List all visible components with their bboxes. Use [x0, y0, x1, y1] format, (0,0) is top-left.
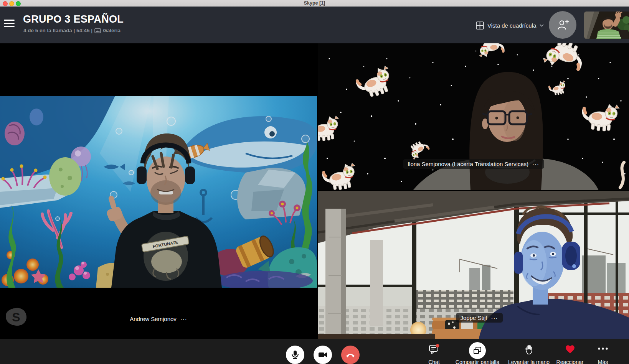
microphone-button[interactable] [286, 346, 304, 364]
menu-button[interactable] [4, 20, 15, 27]
grid-view-icon [476, 21, 484, 30]
watermark-letter: S [12, 310, 20, 324]
participant-name: Ilona Semjonova (Lacerta Translation Ser… [408, 161, 528, 167]
camera-icon [318, 350, 328, 360]
share-screen-icon [451, 346, 504, 355]
participant-menu-button[interactable]: ··· [491, 316, 498, 320]
microphone-icon [290, 350, 300, 360]
view-selector[interactable]: Vista de cuadrícula [476, 20, 544, 30]
view-selector-label: Vista de cuadrícula [487, 22, 536, 29]
hamburger-icon [4, 20, 15, 27]
person-add-icon [556, 18, 569, 31]
video-tile-andrew[interactable]: FORTUNATE [0, 43, 317, 339]
video-tile-ilona[interactable]: Ilona Semjonova (Lacerta Translation Ser… [318, 43, 629, 190]
participant-menu-button[interactable]: ··· [532, 163, 539, 166]
macos-titlebar: Skype [1] [0, 0, 629, 7]
more-options-label: Más [576, 359, 629, 364]
share-screen-button[interactable]: Compartir pantalla [451, 339, 504, 364]
participant-name-label: Ilona Semjonova (Lacerta Translation Ser… [403, 159, 544, 169]
call-status-text: 4 de 5 en la llamada | 54:45 | [23, 28, 92, 33]
participant-name-label: Joppe Stijf ··· [456, 313, 502, 323]
self-video-thumbnail[interactable] [584, 12, 629, 39]
call-subtitle: 4 de 5 en la llamada | 54:45 | Galería [23, 28, 121, 33]
participant-name: Joppe Stijf [460, 315, 487, 321]
add-participant-button[interactable] [549, 11, 576, 39]
video-grid: FORTUNATE [0, 43, 629, 339]
call-toolbar: Chat Compartir pantalla Levantar la mano [0, 339, 629, 364]
camera-button[interactable] [314, 346, 332, 364]
gallery-icon [94, 28, 101, 33]
self-video-scene [584, 12, 629, 39]
skype-watermark-logo: S [5, 307, 28, 326]
call-header: GRUPO 3 ESPAÑOL 4 de 5 en la llamada | 5… [0, 7, 629, 43]
call-title: GRUPO 3 ESPAÑOL [23, 13, 124, 25]
gallery-label: Galería [103, 28, 121, 33]
participant-name-label: Andrew Semjonov ··· [125, 314, 192, 324]
more-options-icon [576, 347, 629, 350]
share-screen-label: Compartir pantalla [451, 359, 504, 364]
hang-up-button[interactable] [341, 346, 360, 364]
video-tile-joppe[interactable]: Joppe Stijf ··· [318, 191, 629, 339]
chat-notification-badge [436, 344, 439, 348]
skype-call-window: Skype [1] GRUPO 3 ESPAÑOL 4 de 5 en la l… [0, 0, 629, 364]
window-title: Skype [1] [0, 0, 629, 6]
more-options-button[interactable]: Más [576, 339, 629, 364]
participant-name: Andrew Semjonov [130, 316, 177, 322]
underwater-virtual-background: FORTUNATE [0, 96, 317, 288]
hang-up-icon [345, 351, 356, 359]
chevron-down-icon [540, 24, 544, 27]
participant-menu-button[interactable]: ··· [180, 318, 187, 321]
